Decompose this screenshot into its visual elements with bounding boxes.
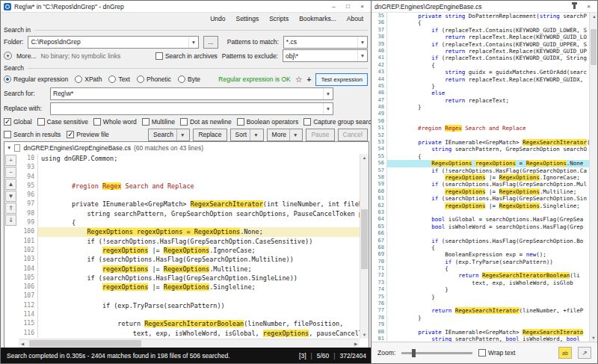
- preview-scrollbar[interactable]: ▲ ▼: [589, 13, 597, 342]
- result-line[interactable]: 114: [19, 310, 360, 319]
- minimize-icon[interactable]: –: [328, 1, 339, 11]
- sort-button[interactable]: Sort▼: [230, 129, 264, 141]
- code-text: BooleanExpression exp = new();: [387, 251, 589, 258]
- browse-folder-button[interactable]: ...: [203, 36, 218, 49]
- menu-item-bookmarks[interactable]: Bookmarks...: [299, 15, 336, 22]
- add-bookmark-icon[interactable]: +: [307, 75, 312, 84]
- pause-button[interactable]: Pause: [306, 129, 334, 141]
- wrap-text-checkbox[interactable]: Wrap text: [478, 349, 515, 357]
- more-label[interactable]: More...: [16, 52, 36, 60]
- result-line[interactable]: 96: [19, 191, 360, 200]
- menu-item-scripts[interactable]: Scripts: [269, 15, 289, 22]
- result-line[interactable]: 107: [19, 291, 360, 300]
- scrollbar-thumb[interactable]: [591, 29, 597, 65]
- result-line[interactable]: 104 regexOptions |= RegexOptions.Multili…: [19, 265, 360, 274]
- chevron-down-icon[interactable]: ▼: [323, 103, 333, 114]
- bookmark-star-icon[interactable]: ☆: [295, 75, 303, 84]
- option-whole-word[interactable]: Whole word: [93, 118, 137, 126]
- chevron-down-icon[interactable]: ▼: [357, 50, 367, 61]
- result-line[interactable]: 116 text, exp, isWholeWord, isGlobal, re…: [19, 329, 360, 338]
- chevron-down-icon[interactable]: ▼: [176, 129, 185, 141]
- scroll-right-icon[interactable]: ▶: [352, 339, 360, 348]
- radio-icon: [4, 75, 11, 83]
- highlight-toggle-button[interactable]: ab: [558, 347, 572, 359]
- result-line[interactable]: 93: [19, 163, 360, 172]
- results-vertical-scrollbar[interactable]: ▲ ▼: [360, 154, 369, 339]
- result-line[interactable]: 112 if (exp.TryParse(searchPattern)): [19, 301, 360, 310]
- results-horizontal-scrollbar[interactable]: ◀ ▶: [19, 339, 360, 348]
- scroll-down-icon[interactable]: ▼: [590, 334, 597, 342]
- search-type-byte[interactable]: Byte: [178, 75, 200, 83]
- open-external-icon[interactable]: ↗: [578, 347, 591, 359]
- search-type-phonetic[interactable]: Phonetic: [137, 75, 171, 83]
- patterns-match-combobox[interactable]: *.cs ▼: [283, 36, 368, 49]
- previous-match-button[interactable]: ▲: [5, 179, 16, 190]
- scrollbar-thumb[interactable]: [361, 209, 368, 269]
- menu-item-settings[interactable]: Settings: [235, 15, 259, 22]
- search-type-regular-expression[interactable]: Regular expression: [4, 75, 68, 83]
- tree-expander-icon[interactable]: ▼: [7, 145, 11, 150]
- chevron-down-icon[interactable]: ▼: [357, 37, 367, 48]
- result-line[interactable]: 98 string searchPattern, GrepSearchOptio…: [19, 209, 360, 218]
- scrollbar-thumb[interactable]: [29, 340, 141, 347]
- option-global[interactable]: Global: [4, 118, 32, 126]
- chevron-down-icon[interactable]: ▼: [289, 129, 298, 141]
- scroll-down-icon[interactable]: ▼: [360, 331, 369, 339]
- expand-all-button[interactable]: +: [5, 155, 16, 166]
- cancel-button[interactable]: Cancel: [338, 129, 368, 141]
- scroll-left-icon[interactable]: ◀: [19, 339, 26, 348]
- result-line[interactable]: 100 RegexOptions regexOptions = RegexOpt…: [19, 227, 360, 236]
- chevron-down-icon[interactable]: ▼: [323, 88, 333, 99]
- result-line[interactable]: 94: [19, 173, 360, 182]
- scroll-up-icon[interactable]: ▲: [360, 154, 369, 161]
- result-line[interactable]: 106 regexOptions |= RegexOptions.Singlel…: [19, 283, 360, 291]
- search-type-text[interactable]: Text: [108, 75, 130, 83]
- line-number: 73: [372, 280, 387, 286]
- result-line[interactable]: 102 regexOptions |= RegexOptions.IgnoreC…: [19, 246, 360, 255]
- preview-code-area[interactable]: 35 private string DoPatternReplacement(s…: [372, 13, 589, 342]
- option-preview-file[interactable]: Preview file: [67, 131, 108, 138]
- results-file-header[interactable]: ▼ dnGREP.Engines\GrepEngineBase.cs (60 m…: [4, 142, 369, 153]
- search-for-combobox[interactable]: Reg\w* ▼: [50, 87, 333, 100]
- result-line[interactable]: 10using dnGREP.Common;: [19, 154, 360, 163]
- close-icon[interactable]: ×: [583, 1, 594, 11]
- more-expander-icon[interactable]: ▼: [4, 52, 12, 60]
- maximize-icon[interactable]: □: [342, 1, 354, 11]
- option-search-in-results[interactable]: Search in results: [4, 131, 61, 138]
- option-case-sensitive[interactable]: Case sensitive: [37, 118, 88, 126]
- replace-with-combobox[interactable]: ▼: [50, 102, 333, 115]
- result-line[interactable]: 97 private IEnumerable<GrepMatch> RegexS…: [19, 200, 360, 209]
- menu-item-undo[interactable]: Undo: [210, 15, 225, 22]
- close-icon[interactable]: ×: [357, 1, 368, 11]
- patterns-exclude-combobox[interactable]: obj\* ▼: [283, 49, 368, 62]
- next-match-button[interactable]: ▼: [5, 191, 16, 202]
- chevron-down-icon[interactable]: ▼: [188, 37, 198, 48]
- folder-combobox[interactable]: C:\Repos\dnGrep ▼: [28, 36, 198, 49]
- scroll-up-icon[interactable]: ▲: [590, 13, 598, 20]
- search-button[interactable]: Search▼: [148, 129, 190, 141]
- result-line[interactable]: 101 if (!searchOptions.HasFlag(GrepSearc…: [19, 237, 360, 246]
- search-in-archives-checkbox[interactable]: Search in archives: [155, 52, 218, 60]
- next-file-button[interactable]: ⇓: [5, 215, 16, 226]
- collapse-all-button[interactable]: −: [5, 167, 16, 178]
- zoom-slider[interactable]: [401, 352, 472, 354]
- zoom-slider-thumb[interactable]: [412, 349, 416, 357]
- result-line[interactable]: 115 return RegexSearchIteratorBoolean(li…: [19, 319, 360, 328]
- option-multiline[interactable]: Multiline: [142, 118, 175, 126]
- option-boolean-operators[interactable]: Boolean operators: [237, 118, 298, 126]
- option-capture-group-search[interactable]: Capture group search: [303, 118, 374, 126]
- menu-item-about[interactable]: About: [347, 15, 363, 22]
- option-dot-as-newline[interactable]: Dot as newline: [180, 118, 232, 126]
- chevron-down-icon[interactable]: ▼: [250, 129, 258, 141]
- test-expression-button[interactable]: Test expression: [315, 73, 368, 86]
- result-line[interactable]: 105 if (searchOptions.HasFlag(GrepSearch…: [19, 274, 360, 283]
- more-button[interactable]: More▼: [267, 129, 303, 141]
- result-line[interactable]: 103 if (searchOptions.HasFlag(GrepSearch…: [19, 255, 360, 264]
- previous-file-button[interactable]: ⇑: [5, 203, 16, 214]
- results-code-list[interactable]: 10using dnGREP.Common;939495 #region Reg…: [19, 154, 360, 339]
- pin-icon[interactable]: [569, 1, 580, 11]
- result-line[interactable]: 99 {: [19, 218, 360, 227]
- result-line[interactable]: 95 #region Regex Search and Replace: [19, 182, 360, 191]
- search-type-xpath[interactable]: XPath: [75, 75, 102, 83]
- replace-button[interactable]: Replace: [193, 129, 226, 141]
